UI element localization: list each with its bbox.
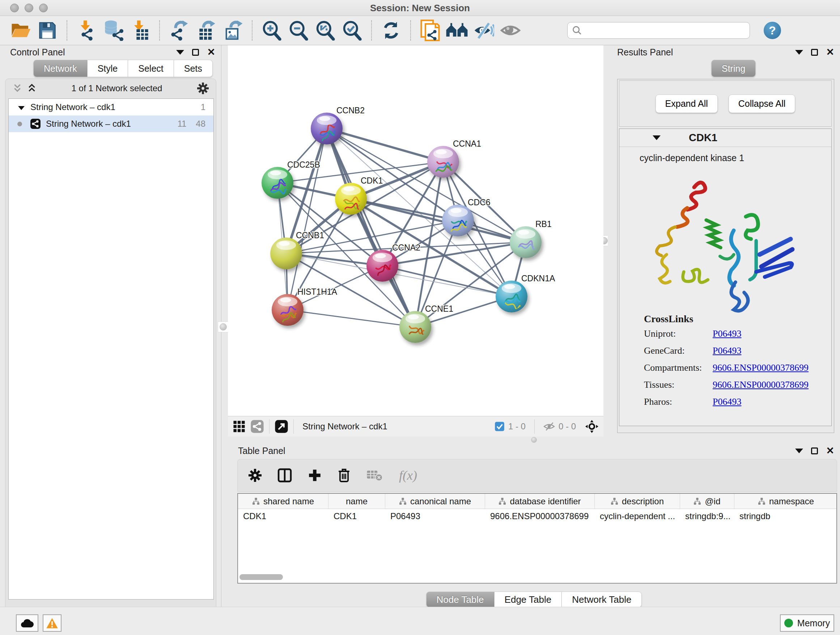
table-settings-gear-icon[interactable] xyxy=(248,469,262,482)
search-input[interactable] xyxy=(582,25,741,35)
column-header-shared-name[interactable]: shared name xyxy=(238,494,328,509)
crosslink-link[interactable]: 9606.ENSP00000378699 xyxy=(713,379,808,390)
table-cell[interactable]: CDK1 xyxy=(238,509,328,524)
tree-expand-icon[interactable] xyxy=(18,102,25,112)
tab-network-table[interactable]: Network Table xyxy=(562,592,642,608)
zoom-in-icon[interactable] xyxy=(261,19,283,42)
fit-content-icon[interactable] xyxy=(585,420,598,433)
network-node-cdc25b[interactable] xyxy=(262,167,294,199)
refresh-layout-icon[interactable] xyxy=(380,19,402,42)
column-header-namespace[interactable]: namespace xyxy=(734,494,837,509)
hide-selection-icon[interactable] xyxy=(472,19,495,42)
table-cell[interactable]: 9606.ENSP00000378699 xyxy=(485,509,595,524)
column-header-database-identifier[interactable]: database identifier xyxy=(485,494,595,509)
table-horizontal-scrollbar[interactable] xyxy=(240,574,283,580)
tab-style[interactable]: Style xyxy=(88,60,128,77)
column-header-description[interactable]: description xyxy=(595,494,680,509)
cloud-status-button[interactable] xyxy=(16,614,38,632)
expand-all-button[interactable]: Expand All xyxy=(655,95,718,113)
collapse-all-icon[interactable] xyxy=(13,83,22,93)
show-columns-icon[interactable] xyxy=(278,468,292,483)
detach-view-icon[interactable] xyxy=(275,420,288,433)
show-all-icon[interactable] xyxy=(499,19,522,42)
column-header-name[interactable]: name xyxy=(328,494,385,509)
collapse-all-button[interactable]: Collapse All xyxy=(729,95,796,113)
tab-sets[interactable]: Sets xyxy=(174,60,213,77)
expand-all-icon[interactable] xyxy=(27,83,36,93)
zoom-out-icon[interactable] xyxy=(287,19,309,42)
import-table-icon[interactable] xyxy=(129,19,151,42)
table-cell[interactable]: CDK1 xyxy=(328,509,385,524)
export-network-icon[interactable] xyxy=(168,19,190,42)
node-label: CCNA1 xyxy=(453,139,481,149)
network-node-ccna1[interactable] xyxy=(427,146,459,178)
panel-menu-icon[interactable] xyxy=(795,50,803,55)
delete-column-icon[interactable] xyxy=(338,468,351,483)
network-node-rb1[interactable] xyxy=(510,226,542,258)
table-cell[interactable]: stringdb xyxy=(734,509,837,524)
network-tree-item[interactable]: String Network – cdk1 11 48 xyxy=(9,116,213,132)
node-label: CDKN1A xyxy=(521,274,555,283)
open-session-icon[interactable] xyxy=(9,19,32,42)
column-header-canonical-name[interactable]: canonical name xyxy=(385,494,485,509)
network-node-ccnb1[interactable] xyxy=(270,238,302,269)
import-network-icon[interactable] xyxy=(75,19,98,42)
crosslink-link[interactable]: P06493 xyxy=(713,345,741,356)
table-row[interactable]: CDK1CDK1P064939606.ENSP00000378699cyclin… xyxy=(238,509,836,524)
grid-view-icon[interactable] xyxy=(233,420,245,432)
table-cell[interactable]: cyclin-dependent ... xyxy=(595,509,680,524)
collapse-card-icon[interactable] xyxy=(653,135,660,140)
clone-network-icon[interactable] xyxy=(419,19,441,42)
tab-select[interactable]: Select xyxy=(128,60,174,77)
panel-float-icon[interactable] xyxy=(811,49,818,56)
tab-string[interactable]: String xyxy=(711,60,756,77)
panel-close-icon[interactable]: ✕ xyxy=(826,447,834,454)
memory-button[interactable]: Memory xyxy=(780,614,834,632)
tab-network[interactable]: Network xyxy=(33,60,88,77)
table-cell[interactable]: P06493 xyxy=(385,509,485,524)
import-network-from-database-icon[interactable] xyxy=(102,19,125,42)
function-builder-icon[interactable]: f(x) xyxy=(399,468,417,483)
column-header-@id[interactable]: @id xyxy=(680,494,734,509)
network-node-ccna2[interactable] xyxy=(366,250,398,282)
network-thumbnail-icon[interactable] xyxy=(250,420,264,433)
selected-checkbox-icon[interactable] xyxy=(494,421,505,432)
crosslink-link[interactable]: 9606.ENSP00000378699 xyxy=(713,363,808,373)
panel-menu-icon[interactable] xyxy=(795,448,803,453)
network-node-cdk1[interactable] xyxy=(335,183,367,215)
network-node-ccnb2[interactable] xyxy=(311,112,343,144)
crosslink-link[interactable]: P06493 xyxy=(713,328,741,339)
network-tree-item[interactable]: String Network – cdk1 1 xyxy=(9,99,213,116)
panel-close-icon[interactable]: ✕ xyxy=(826,49,834,56)
tab-node-table[interactable]: Node Table xyxy=(426,592,494,608)
network-canvas[interactable]: CCNB2CCNA1CDC25BCDK1CDC6RB1CCNB1CCNA2CDK… xyxy=(228,45,603,416)
tab-edge-table[interactable]: Edge Table xyxy=(494,592,562,608)
search-box[interactable] xyxy=(567,22,750,39)
add-column-icon[interactable] xyxy=(308,469,322,482)
first-neighbors-icon[interactable] xyxy=(446,19,468,42)
help-button[interactable]: ? xyxy=(764,22,781,39)
warning-status-button[interactable] xyxy=(43,614,62,632)
panel-close-icon[interactable]: ✕ xyxy=(207,49,215,56)
network-node-ccne1[interactable] xyxy=(399,311,431,343)
panel-float-icon[interactable] xyxy=(811,448,818,454)
crosslink-link[interactable]: P06493 xyxy=(713,396,741,407)
network-node-cdkn1a[interactable] xyxy=(496,280,527,312)
panel-menu-icon[interactable] xyxy=(176,50,184,55)
horizontal-splitter[interactable] xyxy=(228,437,840,444)
gear-icon[interactable] xyxy=(197,82,209,94)
zoom-fit-icon[interactable] xyxy=(314,19,336,42)
panel-float-icon[interactable] xyxy=(192,49,199,56)
save-session-icon[interactable] xyxy=(36,19,58,42)
export-image-icon[interactable] xyxy=(221,19,244,42)
export-table-icon[interactable] xyxy=(195,19,217,42)
network-node-cdc6[interactable] xyxy=(442,204,474,236)
protein-card-header[interactable]: CDK1 xyxy=(619,129,831,147)
left-splitter-handle[interactable] xyxy=(218,321,229,333)
table-cell[interactable]: stringdb:9... xyxy=(680,509,734,524)
toolbar-separator xyxy=(269,419,270,434)
horizontal-splitter-handle[interactable] xyxy=(531,437,537,443)
delete-table-icon[interactable] xyxy=(366,469,383,482)
zoom-selected-icon[interactable] xyxy=(341,19,363,42)
network-node-hist1h1a[interactable] xyxy=(272,294,303,326)
